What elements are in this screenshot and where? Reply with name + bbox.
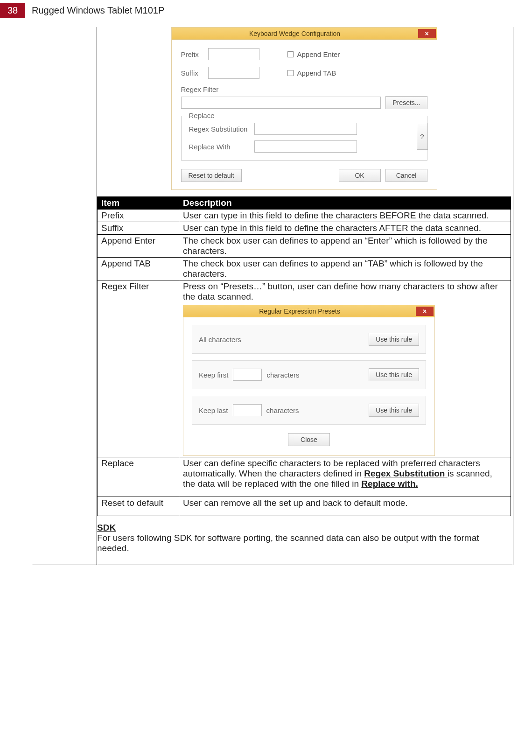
characters-label: characters xyxy=(266,371,299,379)
close-icon[interactable]: × xyxy=(416,307,434,316)
append-enter-checkbox[interactable] xyxy=(287,51,294,57)
presets-button[interactable]: Presets... xyxy=(385,96,427,109)
ok-button[interactable]: OK xyxy=(339,169,381,182)
preset-label: Keep first xyxy=(199,371,228,379)
characters-label: characters xyxy=(266,406,299,414)
table-row: Reset to default User can remove all the… xyxy=(98,497,511,516)
regex-presets-dialog: Regular Expression Presets × All charact… xyxy=(183,305,435,456)
append-enter-label: Append Enter xyxy=(297,50,340,58)
table-row: Append Enter The check box user can defi… xyxy=(98,235,511,258)
th-description: Description xyxy=(179,197,511,210)
table-row: Suffix User can type in this field to de… xyxy=(98,222,511,235)
cell-item: Prefix xyxy=(98,210,179,222)
prefix-input[interactable] xyxy=(208,48,259,60)
keep-first-input[interactable] xyxy=(233,369,262,381)
keyboard-wedge-dialog: Keyboard Wedge Configuration × Prefix Ap… xyxy=(171,27,437,190)
cell-desc: User can define specific characters to b… xyxy=(179,457,511,497)
cancel-button[interactable]: Cancel xyxy=(385,169,427,182)
preset-label: Keep last xyxy=(199,406,228,414)
regex-filter-input[interactable] xyxy=(181,97,381,109)
sdk-body: For users following SDK for software por… xyxy=(97,533,511,553)
preset-keep-first: Keep first characters Use this rule xyxy=(192,360,426,389)
close-icon[interactable]: × xyxy=(418,29,436,38)
replace-with-label: Replace With xyxy=(189,143,254,151)
close-button[interactable]: Close xyxy=(288,433,330,446)
cell-item: Append Enter xyxy=(98,235,179,258)
use-this-rule-button[interactable]: Use this rule xyxy=(369,368,419,381)
append-tab-label: Append TAB xyxy=(297,69,336,77)
cell-item: Replace xyxy=(98,457,179,497)
page-header: 38 Rugged Windows Tablet M101P xyxy=(0,0,532,21)
cell-desc: User can type in this field to define th… xyxy=(179,222,511,235)
replace-group: Replace Regex Substitution Replace With … xyxy=(181,116,427,161)
table-row: Prefix User can type in this field to de… xyxy=(98,210,511,222)
regex-substitution-input[interactable] xyxy=(254,123,357,135)
keep-last-input[interactable] xyxy=(233,404,262,416)
cell-desc: Press on “Presets…” button, user can def… xyxy=(179,280,511,457)
replace-with-input[interactable] xyxy=(254,140,357,153)
table-row: Regex Filter Press on “Presets…” button,… xyxy=(98,280,511,457)
th-item: Item xyxy=(98,197,179,210)
regex-substitution-label: Regex Substitution xyxy=(189,125,254,133)
cell-item: Reset to default xyxy=(98,497,179,516)
content-frame: Keyboard Wedge Configuration × Prefix Ap… xyxy=(32,27,513,565)
cell-desc: User can type in this field to define th… xyxy=(179,210,511,222)
reset-to-default-button[interactable]: Reset to default xyxy=(181,169,242,182)
cell-item: Suffix xyxy=(98,222,179,235)
preset-label: All characters xyxy=(199,336,241,343)
cell-item: Regex Filter xyxy=(98,280,179,457)
preset-all-characters: All characters Use this rule xyxy=(192,325,426,354)
cell-desc: The check box user can defines to append… xyxy=(179,258,511,280)
dialog-title: Regular Expression Presets xyxy=(183,308,416,315)
use-this-rule-button[interactable]: Use this rule xyxy=(369,333,419,346)
table-row: Replace User can define specific charact… xyxy=(98,457,511,497)
dialog-title: Keyboard Wedge Configuration xyxy=(172,30,418,37)
cell-desc: User can remove all the set up and back … xyxy=(179,497,511,516)
suffix-label: Suffix xyxy=(181,69,208,77)
page-title: Rugged Windows Tablet M101P xyxy=(32,5,164,16)
dialog-titlebar: Regular Expression Presets × xyxy=(183,305,434,317)
help-button[interactable]: ? xyxy=(417,123,428,150)
description-table: Item Description Prefix User can type in… xyxy=(97,196,511,516)
replace-legend: Replace xyxy=(186,112,217,119)
sdk-heading: SDK xyxy=(97,523,511,533)
prefix-label: Prefix xyxy=(181,50,208,58)
cell-desc: The check box user can defines to append… xyxy=(179,235,511,258)
table-header-row: Item Description xyxy=(98,197,511,210)
regex-filter-label: Regex Filter xyxy=(181,85,427,93)
preset-keep-last: Keep last characters Use this rule xyxy=(192,396,426,425)
dialog-titlebar: Keyboard Wedge Configuration × xyxy=(172,28,437,40)
cell-item: Append TAB xyxy=(98,258,179,280)
table-row: Append TAB The check box user can define… xyxy=(98,258,511,280)
suffix-input[interactable] xyxy=(208,67,259,79)
append-tab-checkbox[interactable] xyxy=(287,70,294,76)
page-number-badge: 38 xyxy=(0,3,25,18)
use-this-rule-button[interactable]: Use this rule xyxy=(369,404,419,417)
